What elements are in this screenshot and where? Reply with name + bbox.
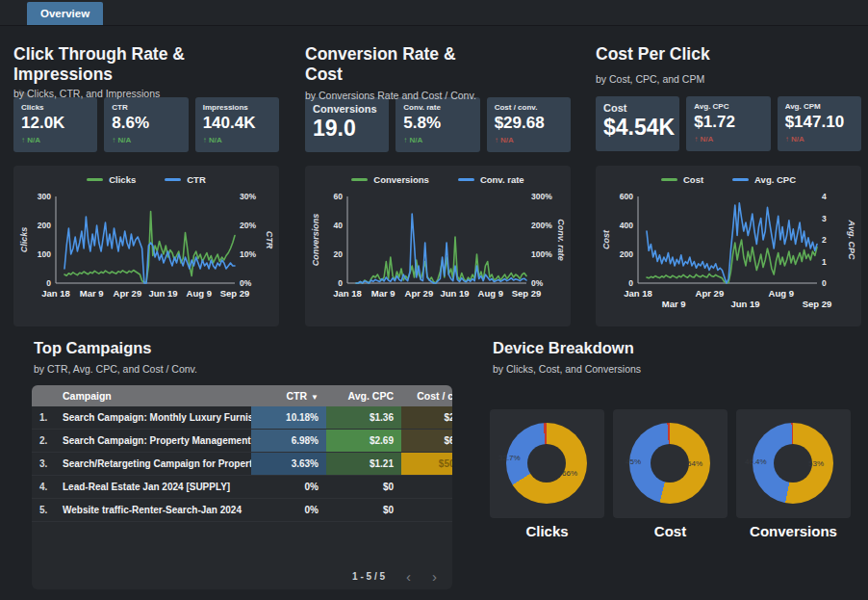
table-cell: 5. xyxy=(32,499,57,522)
kpi-card-ctr: CTR 8.6% ↑ N/A xyxy=(104,97,188,152)
panel-subtitle-cpc: by Cost, CPC, and CPM xyxy=(596,73,704,85)
column-header-campaign[interactable]: Campaign xyxy=(57,385,251,406)
kpi-value: 12.0K xyxy=(21,114,89,133)
svg-text:30%: 30% xyxy=(240,192,256,201)
legend-item-conversions[interactable]: Conversions xyxy=(351,174,429,185)
legend-swatch-icon xyxy=(661,178,677,181)
column-header-ctr[interactable]: CTR▼ xyxy=(251,385,326,406)
table-cell: Search/Retargeting Campaign for Property… xyxy=(57,453,251,476)
donut-value-label: 32.7% xyxy=(498,454,521,462)
svg-text:Mar 9: Mar 9 xyxy=(371,288,396,299)
legend-swatch-icon xyxy=(732,178,749,181)
table-cell: $20.58 xyxy=(401,406,452,430)
previous-page-icon[interactable]: ‹ xyxy=(406,569,411,584)
svg-text:4: 4 xyxy=(822,192,827,201)
timeseries-chart-conversions[interactable]: 6040200300%200%100%0%Jan 18Mar 9Apr 29Ju… xyxy=(311,191,565,322)
column-header-cost-conv[interactable]: Cost / conv. xyxy=(401,385,452,406)
timeseries-chart-clicks-ctr[interactable]: 300200100030%20%10%0%Jan 18Mar 9Apr 29Ju… xyxy=(19,191,273,322)
legend-item-clicks[interactable]: Clicks xyxy=(87,174,136,185)
svg-text:Avg. CPC: Avg. CPC xyxy=(847,219,855,260)
legend-label: Avg. CPC xyxy=(754,174,796,185)
svg-text:20%: 20% xyxy=(240,221,256,230)
table-cell: 10.18% xyxy=(251,406,326,430)
donut-chart-clicks[interactable]: 66%32.7% xyxy=(506,423,587,504)
kpi-card-conversions: Conversions 19.0 xyxy=(305,97,389,152)
svg-text:60: 60 xyxy=(334,192,344,201)
section-subtitle-device-breakdown: by Clicks, Cost, and Conversions xyxy=(493,363,641,375)
svg-text:0: 0 xyxy=(338,278,343,288)
legend-item-conv-rate[interactable]: Conv. rate xyxy=(458,174,524,185)
table-cell: Search Campaign: Monthly Luxury Furnish.… xyxy=(57,406,251,430)
svg-text:100%: 100% xyxy=(531,249,552,259)
kpi-value: $29.68 xyxy=(495,114,563,133)
section-title-top-campaigns: Top Campaigns xyxy=(34,339,152,357)
column-header-avg-cpc[interactable]: Avg. CPC xyxy=(326,385,401,406)
table-cell: $502.68 xyxy=(401,453,452,476)
kpi-value: 19.0 xyxy=(313,116,381,142)
table-cell: $0 xyxy=(401,499,452,522)
chart-legend: Cost Avg. CPC xyxy=(596,174,861,185)
donut-title-cost: Cost xyxy=(613,523,728,539)
kpi-label: Clicks xyxy=(21,103,89,112)
panel-subtitle-conversion: by Conversions Rate and Cost / Conv. xyxy=(305,90,476,101)
svg-text:0: 0 xyxy=(822,278,827,288)
donut-card-conversions[interactable]: 53%46.4% xyxy=(736,409,851,518)
svg-text:Jun 19: Jun 19 xyxy=(441,288,470,299)
legend-item-avg-cpc[interactable]: Avg. CPC xyxy=(732,174,796,185)
donut-card-cost[interactable]: 54%45% xyxy=(613,409,728,518)
panel-subtitle-ctr-impressions: by Clicks, CTR, and Impressions xyxy=(13,88,160,99)
kpi-delta: ↑ N/A xyxy=(112,136,180,144)
table-row[interactable]: 1.Search Campaign: Monthly Luxury Furnis… xyxy=(32,406,452,430)
table-row[interactable]: 2.Search Campaign: Property Management6.… xyxy=(32,430,452,453)
next-page-icon[interactable]: › xyxy=(432,569,437,584)
table-cell: $0 xyxy=(326,476,401,499)
table-row[interactable]: 4.Lead-Real Estate Jan 2024 [SUPPLY]0%$0… xyxy=(32,476,452,499)
page-tab-bar: Overview xyxy=(0,0,868,26)
campaigns-table-card: Campaign CTR▼ Avg. CPC Cost / conv. 1.Se… xyxy=(32,385,452,589)
table-cell: $2.69 xyxy=(326,430,401,453)
kpi-delta: ↑ N/A xyxy=(21,136,89,144)
table-row[interactable]: 5.Website traffic-Renter-Search-Jan 2024… xyxy=(32,499,452,522)
legend-item-cost[interactable]: Cost xyxy=(661,174,703,185)
kpi-value: 5.8% xyxy=(403,114,472,133)
table-cell: 2. xyxy=(32,430,57,453)
chart-legend: Conversions Conv. rate xyxy=(305,174,571,185)
svg-text:Aug 9: Aug 9 xyxy=(478,288,503,299)
timeseries-chart-cost-cpc[interactable]: 600400200043210Jan 18Mar 9Apr 29Jun 19Au… xyxy=(601,191,855,322)
legend-item-ctr[interactable]: CTR xyxy=(165,174,206,185)
svg-text:Jan 18: Jan 18 xyxy=(624,288,652,299)
svg-text:Apr 29: Apr 29 xyxy=(114,288,142,299)
legend-label: Clicks xyxy=(109,174,136,185)
chart-legend: Clicks CTR xyxy=(13,174,279,185)
svg-text:0%: 0% xyxy=(531,278,544,288)
donut-chart-conversions[interactable]: 53%46.4% xyxy=(753,423,833,504)
kpi-card-impressions: Impressions 140.4K ↑ N/A xyxy=(195,97,279,152)
table-cell: 6.98% xyxy=(251,430,326,453)
svg-text:Aug 9: Aug 9 xyxy=(187,288,212,299)
svg-text:Jun 19: Jun 19 xyxy=(731,299,760,309)
donut-card-clicks[interactable]: 66%32.7% xyxy=(490,409,604,518)
svg-text:Conversions: Conversions xyxy=(311,214,320,267)
sort-desc-icon: ▼ xyxy=(311,393,319,402)
svg-text:40: 40 xyxy=(334,221,344,230)
legend-swatch-icon xyxy=(351,178,368,181)
kpi-delta: ↑ N/A xyxy=(785,135,854,143)
svg-text:20: 20 xyxy=(334,249,344,259)
donut-title-conversions: Conversions xyxy=(736,523,851,539)
chart-card-clicks-ctr[interactable]: Clicks CTR 300200100030%20%10%0%Jan 18Ma… xyxy=(13,166,279,326)
tab-overview[interactable]: Overview xyxy=(27,2,103,25)
svg-text:CTR: CTR xyxy=(265,231,273,249)
chart-card-cost-cpc[interactable]: Cost Avg. CPC 600400200043210Jan 18Mar 9… xyxy=(596,166,861,326)
chart-card-conversions[interactable]: Conversions Conv. rate 6040200300%200%10… xyxy=(305,166,571,326)
kpi-card-cost: Cost $4.54K xyxy=(596,96,679,151)
kpi-value: $147.10 xyxy=(785,113,854,132)
table-row[interactable]: 3.Search/Retargeting Campaign for Proper… xyxy=(32,453,452,476)
svg-text:600: 600 xyxy=(620,192,633,201)
legend-label: CTR xyxy=(187,174,206,185)
donut-chart-cost[interactable]: 54%45% xyxy=(629,423,710,504)
table-cell: $60.69 xyxy=(401,430,452,453)
donut-value-label: 46.4% xyxy=(745,457,767,466)
table-cell: Search Campaign: Property Management xyxy=(57,430,251,453)
kpi-label: Cost / conv. xyxy=(495,103,563,112)
svg-text:100: 100 xyxy=(38,249,51,259)
